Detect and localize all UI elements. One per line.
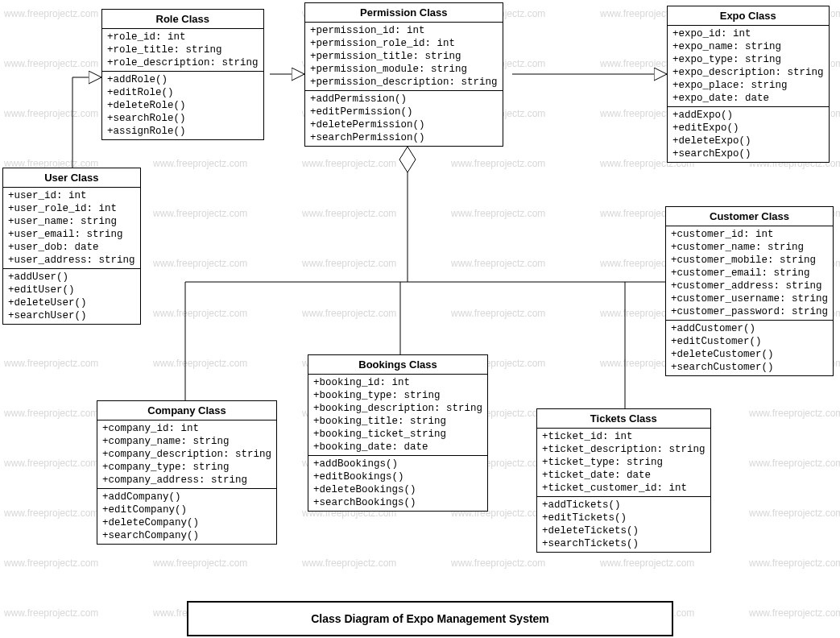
watermark-text: www.freeprojectz.com xyxy=(153,358,247,369)
watermark-text: www.freeprojectz.com xyxy=(749,408,840,419)
watermark-text: www.freeprojectz.com xyxy=(302,258,396,269)
operations: +addCompany() +editCompany() +deleteComp… xyxy=(97,489,276,544)
class-title: User Class xyxy=(3,168,140,188)
watermark-text: www.freeprojectz.com xyxy=(749,607,840,619)
class-tickets: Tickets Class +ticket_id: int +ticket_de… xyxy=(536,408,711,553)
attributes: +booking_id: int +booking_type: string +… xyxy=(308,375,487,456)
watermark-text: www.freeprojectz.com xyxy=(4,358,98,369)
attributes: +company_id: int +company_name: string +… xyxy=(97,420,276,489)
watermark-text: www.freeprojectz.com xyxy=(451,158,545,169)
diagram-caption: Class Diagram of Expo Management System xyxy=(187,601,673,636)
watermark-text: www.freeprojectz.com xyxy=(4,108,98,119)
watermark-text: www.freeprojectz.com xyxy=(451,258,545,269)
watermark-text: www.freeprojectz.com xyxy=(4,458,98,469)
class-expo: Expo Class +expo_id: int +expo_name: str… xyxy=(667,6,830,163)
operations: +addExpo() +editExpo() +deleteExpo() +se… xyxy=(668,107,829,162)
watermark-text: www.freeprojectz.com xyxy=(153,308,247,319)
watermark-text: www.freeprojectz.com xyxy=(749,508,840,519)
attributes: +expo_id: int +expo_name: string +expo_t… xyxy=(668,26,829,107)
class-title: Bookings Class xyxy=(308,355,487,375)
class-permission: Permission Class +permission_id: int +pe… xyxy=(304,2,503,147)
operations: +addBookings() +editBookings() +deleteBo… xyxy=(308,456,487,511)
class-title: Customer Class xyxy=(666,207,833,226)
operations: +addTickets() +editTickets() +deleteTick… xyxy=(537,497,710,552)
operations: +addRole() +editRole() +deleteRole() +se… xyxy=(102,72,263,139)
class-title: Role Class xyxy=(102,10,263,29)
diagram-canvas: document.write((function(){ const t=JSON… xyxy=(0,0,840,638)
attributes: +permission_id: int +permission_role_id:… xyxy=(305,23,503,91)
watermark-text: www.freeprojectz.com xyxy=(4,8,98,19)
watermark-text: www.freeprojectz.com xyxy=(600,557,694,569)
watermark-text: www.freeprojectz.com xyxy=(451,208,545,219)
class-user: User Class +user_id: int +user_role_id: … xyxy=(2,168,141,325)
class-title: Company Class xyxy=(97,401,276,420)
class-company: Company Class +company_id: int +company_… xyxy=(97,400,277,545)
class-title: Expo Class xyxy=(668,6,829,26)
watermark-text: www.freeprojectz.com xyxy=(451,557,545,569)
watermark-text: www.freeprojectz.com xyxy=(749,557,840,569)
watermark-text: www.freeprojectz.com xyxy=(4,58,98,69)
watermark-text: www.freeprojectz.com xyxy=(4,557,98,569)
operations: +addUser() +editUser() +deleteUser() +se… xyxy=(3,269,140,324)
class-title: Permission Class xyxy=(305,3,503,23)
watermark-text: www.freeprojectz.com xyxy=(153,158,247,169)
class-customer: Customer Class +customer_id: int +custom… xyxy=(665,206,834,376)
operations: +addPermission() +editPermission() +dele… xyxy=(305,91,503,146)
watermark-text: www.freeprojectz.com xyxy=(153,557,247,569)
class-role: Role Class +role_id: int +role_title: st… xyxy=(101,9,264,140)
watermark-text: www.freeprojectz.com xyxy=(302,208,396,219)
watermark-text: www.freeprojectz.com xyxy=(153,258,247,269)
watermark-text: www.freeprojectz.com xyxy=(302,557,396,569)
watermark-text: www.freeprojectz.com xyxy=(4,508,98,519)
class-title: Tickets Class xyxy=(537,409,710,429)
watermark-text: www.freeprojectz.com xyxy=(4,408,98,419)
attributes: +user_id: int +user_role_id: int +user_n… xyxy=(3,188,140,269)
attributes: +ticket_id: int +ticket_description: str… xyxy=(537,429,710,497)
watermark-text: www.freeprojectz.com xyxy=(4,607,98,619)
watermark-text: www.freeprojectz.com xyxy=(302,308,396,319)
operations: +addCustomer() +editCustomer() +deleteCu… xyxy=(666,321,833,375)
watermark-text: www.freeprojectz.com xyxy=(302,158,396,169)
class-bookings: Bookings Class +booking_id: int +booking… xyxy=(308,354,488,512)
watermark-text: www.freeprojectz.com xyxy=(749,458,840,469)
attributes: +role_id: int +role_title: string +role_… xyxy=(102,29,263,72)
attributes: +customer_id: int +customer_name: string… xyxy=(666,226,833,321)
watermark-text: www.freeprojectz.com xyxy=(451,308,545,319)
watermark-text: www.freeprojectz.com xyxy=(153,208,247,219)
